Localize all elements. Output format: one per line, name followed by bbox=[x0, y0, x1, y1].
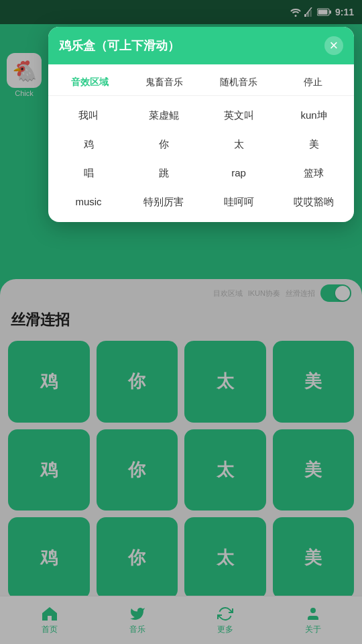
popup-item-tebie[interactable]: 特别厉害 bbox=[126, 188, 201, 217]
popup-item-wahehe[interactable]: 哇呵呵 bbox=[201, 188, 276, 217]
popup-item-caixukun[interactable]: 菜虚鲲 bbox=[126, 101, 201, 130]
popup-item-music[interactable]: music bbox=[51, 188, 126, 217]
popup-item-chang[interactable]: 唱 bbox=[51, 159, 126, 188]
popup-item-tiao[interactable]: 跳 bbox=[126, 159, 201, 188]
popup-title: 鸡乐盒（可上下滑动） bbox=[59, 38, 180, 54]
popup-item-wojiao[interactable]: 我叫 bbox=[51, 101, 126, 130]
tab-sound-effects[interactable]: 音效区域 bbox=[54, 72, 125, 93]
popup-item-lanqiu[interactable]: 篮球 bbox=[276, 159, 351, 188]
popup-item-konkun[interactable]: kun坤 bbox=[276, 101, 351, 130]
popup-item-ni[interactable]: 你 bbox=[126, 130, 201, 159]
popup-item-yingwenjiao[interactable]: 英文叫 bbox=[201, 101, 276, 130]
tab-stop[interactable]: 停止 bbox=[277, 72, 349, 93]
popup-item-tai[interactable]: 太 bbox=[201, 130, 276, 159]
popup-header: 鸡乐盒（可上下滑动） × bbox=[48, 27, 354, 64]
popup-close-button[interactable]: × bbox=[324, 36, 343, 55]
popup-item-mei[interactable]: 美 bbox=[276, 130, 351, 159]
tab-random-music[interactable]: 随机音乐 bbox=[202, 72, 274, 93]
tab-ghost-music[interactable]: 鬼畜音乐 bbox=[128, 72, 200, 93]
popup-item-aiai[interactable]: 哎哎豁哟 bbox=[276, 188, 351, 217]
popup-panel: 鸡乐盒（可上下滑动） × 音效区域 鬼畜音乐 随机音乐 停止 我叫 菜虚鲲 英文… bbox=[48, 27, 354, 222]
popup-item-rap[interactable]: rap bbox=[201, 159, 276, 188]
popup-item-ji[interactable]: 鸡 bbox=[51, 130, 126, 159]
popup-tabs: 音效区域 鬼畜音乐 随机音乐 停止 bbox=[48, 64, 354, 96]
popup-grid: 我叫 菜虚鲲 英文叫 kun坤 鸡 你 太 美 唱 跳 rap 篮球 music… bbox=[48, 96, 354, 222]
